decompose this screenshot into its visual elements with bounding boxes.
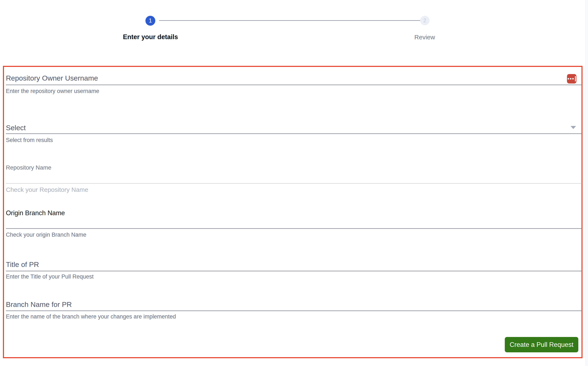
- lastpass-icon[interactable]: [567, 74, 576, 84]
- repository-name-label: Repository Name: [6, 164, 51, 171]
- select-underline: [6, 133, 582, 134]
- scrollbar-track[interactable]: [585, 0, 588, 366]
- select-label: Select: [6, 124, 26, 132]
- origin-branch-helper: Check your origin Branch Name: [6, 232, 86, 238]
- step-1-number: 1: [149, 17, 152, 24]
- lastpass-dot: [570, 78, 571, 79]
- step-1-label: Enter your details: [105, 33, 196, 41]
- lastpass-dot: [572, 78, 574, 79]
- pr-branch-label: Branch Name for PR: [6, 300, 72, 309]
- pr-title-underline: [6, 271, 582, 271]
- pr-branch-underline: [6, 311, 582, 311]
- step-1-indicator: 1: [145, 16, 155, 26]
- repository-owner-underline: [6, 84, 582, 85]
- chevron-down-icon[interactable]: [571, 126, 576, 129]
- page: 1 2 Enter your details Review Repository…: [0, 0, 588, 366]
- pr-title-label: Title of PR: [6, 260, 39, 269]
- origin-branch-underline: [6, 228, 582, 229]
- repository-name-helper: Check your Repository Name: [6, 186, 88, 193]
- repository-owner-helper: Enter the repository owner username: [6, 88, 99, 94]
- repository-owner-label: Repository Owner Username: [6, 74, 98, 82]
- stepper-connector-line: [159, 20, 420, 21]
- create-pull-request-button[interactable]: Create a Pull Request: [505, 337, 578, 352]
- lastpass-bar: [575, 76, 576, 81]
- step-2-indicator: 2: [420, 16, 430, 25]
- origin-branch-label: Origin Branch Name: [6, 209, 65, 217]
- step-2-number: 2: [423, 17, 426, 23]
- form-highlight-panel: Repository Owner Username Enter the repo…: [3, 66, 582, 358]
- lastpass-dot: [568, 78, 569, 79]
- repository-name-underline: [6, 183, 582, 184]
- step-2-label: Review: [383, 34, 467, 41]
- select-helper: Select from results: [6, 137, 53, 144]
- pr-branch-helper: Enter the name of the branch where your …: [6, 313, 176, 320]
- pr-title-helper: Enter the Title of your Pull Request: [6, 274, 94, 280]
